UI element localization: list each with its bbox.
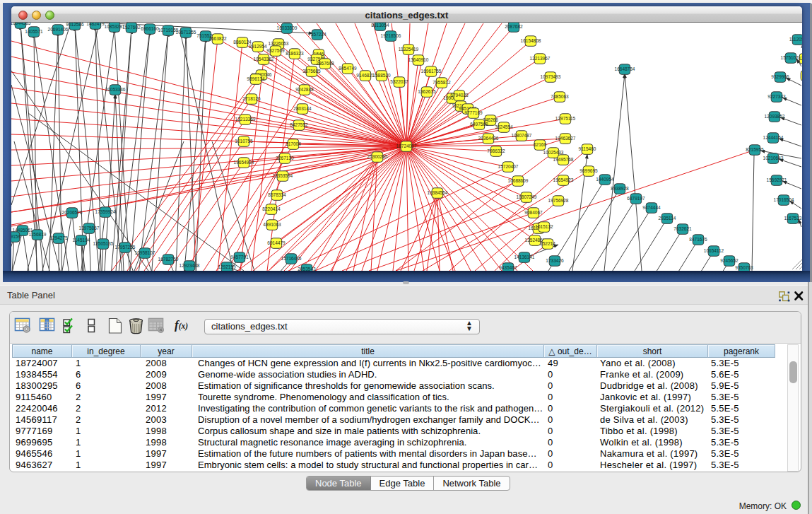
svg-text:8912954: 8912954	[249, 44, 267, 49]
svg-text:17016504: 17016504	[774, 197, 794, 202]
svg-text:3624554: 3624554	[495, 124, 513, 129]
svg-text:9699695: 9699695	[579, 168, 598, 173]
svg-text:13640910: 13640910	[408, 57, 429, 62]
svg-text:7955812: 7955812	[433, 80, 451, 85]
svg-text:15692971: 15692971	[767, 177, 787, 182]
svg-text:19495768: 19495768	[553, 157, 574, 162]
svg-text:16033809: 16033809	[277, 25, 298, 30]
svg-text:9435467: 9435467	[499, 265, 517, 270]
svg-text:19756928: 19756928	[548, 198, 569, 203]
svg-text:12923448: 12923448	[180, 263, 200, 268]
svg-text:6879197: 6879197	[627, 196, 645, 201]
svg-text:12213967: 12213967	[530, 56, 551, 61]
svg-text:8186323: 8186323	[286, 51, 304, 56]
svg-text:10671355: 10671355	[176, 30, 196, 35]
svg-text:1733426: 1733426	[546, 258, 564, 263]
svg-text:2053543: 2053543	[298, 267, 316, 271]
svg-text:1615132: 1615132	[535, 224, 553, 229]
svg-text:9777169: 9777169	[464, 110, 483, 115]
svg-text:1112052: 1112052	[789, 37, 802, 42]
svg-text:1588520: 1588520	[372, 73, 391, 78]
svg-text:39159: 39159	[11, 234, 20, 239]
svg-text:2087682: 2087682	[505, 24, 523, 29]
svg-text:317004: 317004	[286, 141, 301, 146]
svg-text:16961755: 16961755	[421, 69, 442, 74]
svg-text:19463627: 19463627	[555, 136, 576, 141]
svg-text:10973493: 10973493	[541, 74, 561, 79]
svg-text:10654112: 10654112	[704, 248, 724, 253]
svg-text:9242848: 9242848	[295, 87, 314, 92]
svg-text:7357224: 7357224	[308, 32, 326, 37]
svg-text:14136141: 14136141	[514, 255, 535, 259]
svg-text:1527602: 1527602	[122, 25, 141, 30]
svg-text:17359924: 17359924	[95, 209, 116, 214]
svg-text:11325419: 11325419	[399, 47, 419, 52]
svg-text:9350763: 9350763	[735, 265, 753, 270]
svg-text:1482479: 1482479	[86, 23, 105, 26]
svg-text:8813054: 8813054	[371, 23, 389, 28]
svg-text:13975867: 13975867	[79, 226, 100, 230]
svg-text:9329966: 9329966	[771, 74, 789, 79]
svg-text:19654923: 19654923	[553, 177, 574, 182]
svg-text:1292159: 1292159	[218, 264, 236, 269]
svg-text:9012586: 9012586	[66, 23, 84, 27]
svg-text:8454749: 8454749	[339, 66, 357, 71]
svg-text:6966160: 6966160	[141, 26, 159, 31]
svg-text:1362615: 1362615	[418, 89, 436, 94]
svg-text:1294275: 1294275	[49, 235, 68, 240]
svg-text:18724007: 18724007	[396, 144, 417, 148]
svg-text:8938928: 8938928	[611, 186, 629, 191]
svg-text:2803144: 2803144	[293, 106, 312, 111]
svg-text:5322037: 5322037	[390, 79, 408, 84]
svg-text:1010755: 1010755	[235, 139, 253, 144]
svg-text:7663822: 7663822	[208, 36, 227, 41]
svg-text:13226053: 13226053	[269, 41, 289, 46]
svg-text:10210643: 10210643	[763, 156, 784, 160]
svg-text:12213: 12213	[799, 56, 802, 61]
svg-text:1156819: 1156819	[29, 232, 47, 237]
svg-text:20691406: 20691406	[48, 27, 69, 32]
svg-text:10958107: 10958107	[135, 250, 155, 255]
svg-text:20053346: 20053346	[105, 87, 126, 92]
svg-text:2935114: 2935114	[659, 216, 676, 221]
svg-text:9896134: 9896134	[247, 76, 265, 81]
svg-text:6497568: 6497568	[470, 122, 488, 127]
svg-text:20364436: 20364436	[478, 136, 499, 141]
svg-text:10807487: 10807487	[512, 133, 532, 138]
svg-text:9084067: 9084067	[524, 210, 543, 215]
svg-text:9227343: 9227343	[767, 94, 786, 99]
svg-text:6914479: 6914479	[267, 240, 286, 245]
svg-text:1405571: 1405571	[25, 29, 43, 34]
svg-text:9457791: 9457791	[230, 255, 249, 259]
svg-text:18807249: 18807249	[517, 194, 537, 199]
svg-text:15716485: 15716485	[281, 256, 302, 261]
svg-text:19654934: 19654934	[234, 160, 254, 165]
svg-text:62160: 62160	[534, 142, 546, 147]
svg-text:9115460: 9115460	[579, 146, 596, 151]
svg-text:16944585: 16944585	[11, 23, 31, 25]
svg-text:9474444: 9474444	[642, 205, 661, 210]
svg-text:9327509: 9327509	[266, 48, 285, 53]
svg-text:12975115: 12975115	[555, 116, 576, 121]
svg-text:11353594: 11353594	[273, 173, 293, 178]
svg-text:12444154: 12444154	[763, 135, 784, 140]
svg-text:1167533: 1167533	[784, 216, 802, 221]
svg-text:9245652: 9245652	[720, 258, 739, 263]
svg-text:7632621: 7632621	[673, 226, 692, 231]
svg-text:10025433: 10025433	[543, 150, 564, 155]
svg-text:8220414: 8220414	[262, 206, 281, 211]
svg-text:12093852: 12093852	[765, 114, 785, 119]
svg-text:1145194: 1145194	[73, 238, 90, 243]
svg-text:8471676: 8471676	[689, 237, 707, 242]
svg-text:20206576: 20206576	[62, 210, 83, 215]
svg-text:9146821: 9146821	[356, 73, 375, 78]
svg-text:10688609: 10688609	[508, 178, 529, 183]
svg-text:8578334: 8578334	[268, 192, 286, 197]
svg-text:3267130: 3267130	[276, 156, 294, 160]
svg-text:15720407: 15720407	[498, 164, 519, 169]
svg-text:4891063: 4891063	[263, 222, 281, 227]
svg-text:8427552: 8427552	[290, 122, 308, 127]
svg-text:6794028: 6794028	[450, 93, 469, 98]
svg-text:16154808: 16154808	[521, 38, 541, 43]
svg-text:16782759: 16782759	[158, 257, 179, 262]
